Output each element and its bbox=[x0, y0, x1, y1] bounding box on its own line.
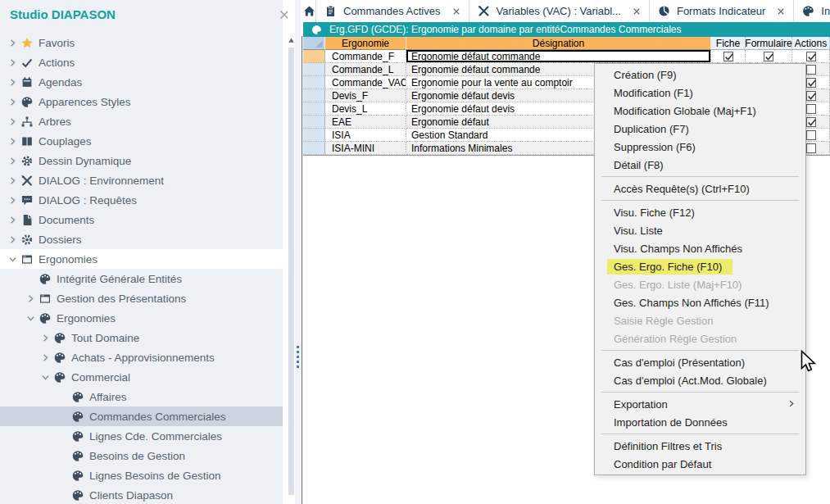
sidebar-scrollbar[interactable] bbox=[288, 0, 295, 504]
cell-ergonomie[interactable]: Commande_L bbox=[325, 63, 406, 76]
sidebar-item-lignes-cde-commerciales[interactable]: Lignes Cde. Commerciales bbox=[0, 426, 283, 446]
menu-item-detail-f8[interactable]: Détail (F8) bbox=[595, 156, 805, 174]
menu-item-acces-requete-s-ctrl-f10[interactable]: Accès Requête(s) (Ctrl+F10) bbox=[595, 179, 805, 198]
formulaire-checkbox[interactable] bbox=[764, 52, 773, 61]
chevron-right-icon[interactable] bbox=[4, 194, 20, 206]
fiche-checkbox[interactable] bbox=[723, 52, 733, 61]
sidebar-item-dessin-dynamique[interactable]: Dessin Dynamique bbox=[0, 151, 283, 170]
actions-checkbox[interactable] bbox=[806, 143, 816, 153]
sidebar-item-affaires[interactable]: Affaires bbox=[0, 387, 283, 406]
column-header-fiche[interactable]: Fiche bbox=[711, 37, 746, 50]
table-row[interactable]: Commande_FErgonomie défaut commande bbox=[303, 50, 830, 63]
sidebar-item-tout-domaine[interactable]: Tout Domaine bbox=[0, 328, 283, 347]
menu-item-exportation[interactable]: Exportation bbox=[595, 395, 805, 413]
column-header-designation[interactable]: Désignation bbox=[406, 37, 711, 50]
column-header-ergonomie[interactable]: Ergonomie bbox=[325, 37, 406, 50]
row-selector[interactable] bbox=[303, 50, 325, 63]
menu-item-duplication-f7[interactable]: Duplication (F7) bbox=[595, 120, 805, 138]
menu-item-modification-f1[interactable]: Modification (F1) bbox=[595, 84, 805, 102]
menu-item-visu-liste[interactable]: Visu. Liste bbox=[595, 221, 805, 239]
actions-checkbox[interactable] bbox=[806, 52, 816, 61]
chevron-right-icon[interactable] bbox=[4, 57, 20, 68]
chevron-right-icon[interactable] bbox=[22, 293, 39, 304]
select-all-header[interactable] bbox=[303, 37, 325, 50]
actions-checkbox[interactable] bbox=[806, 104, 816, 114]
sidebar-item-arbres[interactable]: Arbres bbox=[0, 111, 283, 131]
cell-ergonomie[interactable]: Devis_L bbox=[325, 102, 406, 116]
chevron-down-icon[interactable] bbox=[4, 253, 20, 265]
menu-item-condition-par-defaut[interactable]: Condition par Défaut bbox=[595, 455, 805, 473]
menu-item-cas-d-emploi-presentation[interactable]: Cas d'emploi (Présentation) bbox=[595, 353, 805, 371]
cell-designation[interactable]: Ergonomie défaut commande bbox=[406, 50, 711, 63]
sidebar-item-commandes-commerciales[interactable]: Commandes Commerciales bbox=[0, 406, 283, 426]
tab-formats-indicateur[interactable]: Formats Indicateur bbox=[650, 0, 794, 22]
tab-variables-vac-variabl[interactable]: Variables (VAC) : Variabl... bbox=[469, 0, 650, 22]
actions-checkbox[interactable] bbox=[806, 91, 816, 101]
chevron-right-icon[interactable] bbox=[37, 332, 53, 343]
sidebar-item-agendas[interactable]: Agendas bbox=[0, 72, 283, 92]
menu-item-modification-globale-maj-f1[interactable]: Modification Globale (Maj+F1) bbox=[595, 102, 805, 120]
chevron-right-icon[interactable] bbox=[4, 155, 20, 166]
sidebar-item-clients-diapason[interactable]: Clients Diapason bbox=[0, 485, 283, 504]
tab-integrite[interactable]: Intégrité bbox=[794, 0, 830, 22]
chevron-right-icon[interactable] bbox=[4, 175, 20, 186]
chevron-down-icon[interactable] bbox=[37, 371, 53, 383]
actions-checkbox[interactable] bbox=[806, 117, 816, 127]
column-header-formulaire[interactable]: Formulaire bbox=[746, 37, 792, 50]
menu-item-ges-ergo-fiche-f10[interactable]: Ges. Ergo. Fiche (F10) bbox=[595, 257, 805, 275]
row-selector[interactable] bbox=[303, 102, 325, 116]
chevron-right-icon[interactable] bbox=[4, 96, 20, 107]
panel-splitter[interactable] bbox=[295, 0, 301, 504]
column-header-actions[interactable]: Actions bbox=[792, 37, 830, 50]
tab-close-icon[interactable] bbox=[777, 7, 785, 16]
sidebar-item-besoins-de-gestion[interactable]: Besoins de Gestion bbox=[0, 446, 283, 465]
sidebar-item-dialog-environnement[interactable]: DIALOG : Environnement bbox=[0, 170, 283, 190]
sidebar-item-gestion-des-presentations[interactable]: Gestion des Présentations bbox=[0, 288, 283, 308]
menu-item-suppression-f6[interactable]: Suppression (F6) bbox=[595, 138, 805, 156]
chevron-right-icon[interactable] bbox=[4, 37, 20, 48]
sidebar-item-couplages[interactable]: Couplages bbox=[0, 131, 283, 151]
sidebar-item-ergonomies[interactable]: Ergonomies bbox=[0, 249, 283, 269]
sidebar-item-actions[interactable]: Actions bbox=[0, 52, 283, 72]
cell-ergonomie[interactable]: EAE bbox=[325, 116, 406, 129]
tab-commandes-actives[interactable]: Commandes Actives bbox=[316, 0, 469, 22]
sidebar-item-apparences-styles[interactable]: Apparences Styles bbox=[0, 92, 283, 111]
menu-item-ges-champs-non-affiches-f11[interactable]: Ges. Champs Non Affichés (F11) bbox=[595, 293, 805, 311]
sidebar-item-commercial[interactable]: Commercial bbox=[0, 367, 283, 387]
actions-checkbox[interactable] bbox=[806, 65, 816, 75]
sidebar-item-documents[interactable]: Documents bbox=[0, 210, 283, 229]
menu-item-creation-f9[interactable]: Création (F9) bbox=[595, 66, 805, 84]
sidebar-item-dialog-requetes[interactable]: DIALOG : Requêtes bbox=[0, 190, 283, 210]
cell-ergonomie[interactable]: Commande_VAC bbox=[325, 76, 406, 89]
tab-home[interactable] bbox=[303, 0, 316, 22]
sidebar-item-favoris[interactable]: Favoris bbox=[0, 33, 283, 52]
chevron-right-icon[interactable] bbox=[4, 116, 20, 127]
cell-ergonomie[interactable]: Devis_F bbox=[325, 89, 406, 102]
sidebar-item-lignes-besoins-de-gestion[interactable]: Lignes Besoins de Gestion bbox=[0, 465, 283, 485]
chevron-down-icon[interactable] bbox=[22, 312, 39, 324]
sidebar-item-integrite-generale-entites[interactable]: Intégrité Générale Entités bbox=[0, 269, 283, 288]
tab-close-icon[interactable] bbox=[452, 7, 460, 16]
row-selector[interactable] bbox=[303, 89, 325, 102]
chevron-right-icon[interactable] bbox=[4, 234, 20, 245]
menu-item-visu-champs-non-affiches[interactable]: Visu. Champs Non Affichés bbox=[595, 239, 805, 257]
tab-close-icon[interactable] bbox=[633, 7, 641, 16]
row-selector[interactable] bbox=[303, 63, 325, 76]
cell-ergonomie[interactable]: ISIA bbox=[325, 129, 406, 142]
menu-item-importation-de-donnees[interactable]: Importation de Données bbox=[595, 413, 805, 431]
menu-item-visu-fiche-f12[interactable]: Visu. Fiche (F12) bbox=[595, 203, 805, 221]
chevron-right-icon[interactable] bbox=[4, 135, 20, 147]
row-selector[interactable] bbox=[303, 116, 325, 129]
sidebar-item-dossiers[interactable]: Dossiers bbox=[0, 229, 283, 249]
menu-item-cas-d-emploi-act-mod-globale[interactable]: Cas d'emploi (Act.Mod. Globale) bbox=[595, 371, 805, 389]
sidebar-item-ergonomies[interactable]: Ergonomies bbox=[0, 308, 283, 328]
chevron-right-icon[interactable] bbox=[37, 352, 53, 363]
scroll-up-icon[interactable] bbox=[288, 36, 295, 44]
row-selector[interactable] bbox=[303, 76, 325, 89]
actions-checkbox[interactable] bbox=[806, 130, 816, 140]
sidebar-item-achats-approvisionnements[interactable]: Achats - Approvisionnements bbox=[0, 347, 283, 367]
menu-item-definition-filtres-et-tris[interactable]: Définition Filtres et Tris bbox=[595, 437, 805, 455]
chevron-right-icon[interactable] bbox=[4, 76, 20, 88]
row-selector[interactable] bbox=[303, 129, 325, 142]
chevron-right-icon[interactable] bbox=[4, 214, 20, 225]
